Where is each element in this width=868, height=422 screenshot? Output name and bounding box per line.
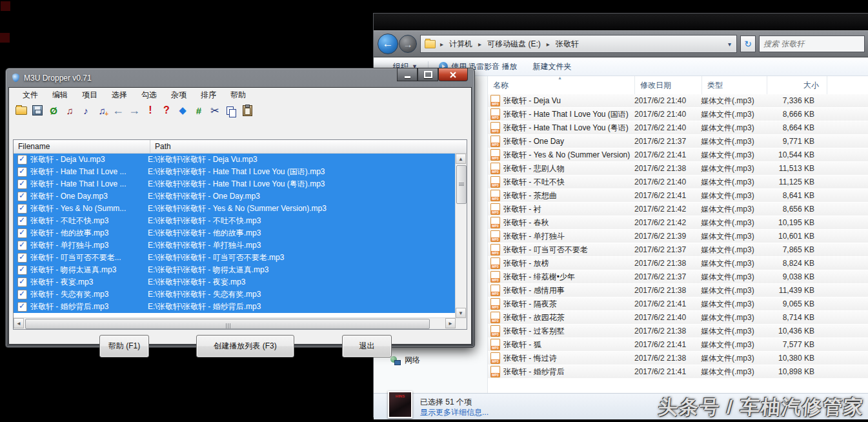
list-item[interactable]: 张敬轩 - 叮当可否不要老... E:\张敬轩\张敬轩 - 叮当可否不要老.mp…: [14, 252, 456, 264]
table-row[interactable]: 张敬轩 - 感情用事 2017/6/2 21:38 媒体文件(.mp3) 11,…: [488, 284, 868, 297]
arrow-left-icon[interactable]: ←: [111, 103, 125, 117]
menu-item[interactable]: 选择: [105, 88, 134, 102]
scrollbar-thumb[interactable]: [456, 165, 467, 204]
explorer-titlebar[interactable]: [374, 14, 868, 30]
copy-icon[interactable]: [224, 103, 238, 117]
table-row[interactable]: 张敬轩 - 叮当可否不要老 2017/6/2 21:37 媒体文件(.mp3) …: [488, 243, 868, 256]
double-note-icon[interactable]: ♫: [63, 103, 77, 117]
table-row[interactable]: 张敬轩 - 茶想曲 2017/6/2 21:41 媒体文件(.mp3) 8,64…: [488, 189, 868, 202]
table-row[interactable]: 张敬轩 - 隔夜茶 2017/6/2 21:41 媒体文件(.mp3) 9,06…: [488, 297, 868, 310]
list-item[interactable]: 张敬轩 - 失恋有奖.mp3 E:\张敬轩\张敬轩 - 失恋有奖.mp3: [14, 288, 456, 301]
list-item[interactable]: 张敬轩 - One Day.mp3 E:\张敬轩\张敬轩 - One Day.m…: [14, 190, 456, 203]
scroll-up-icon[interactable]: ▲: [456, 154, 466, 164]
address-bar[interactable]: ▸ 计算机 ▸ 可移动磁盘 (E:) ▸ 张敬轩 ▾: [420, 35, 737, 53]
column-header-name[interactable]: ▴ 名称: [488, 76, 635, 94]
checkbox[interactable]: [17, 290, 27, 299]
table-row[interactable]: 张敬轩 - Hate That I Love You (粤语) 2017/6/2…: [488, 121, 868, 134]
scroll-down-icon[interactable]: ▼: [456, 308, 466, 318]
menu-item[interactable]: 文件: [15, 88, 45, 102]
table-row[interactable]: 张敬轩 - Deja Vu 2017/6/2 21:40 媒体文件(.mp3) …: [488, 94, 868, 107]
refresh-button[interactable]: ↻: [740, 35, 756, 52]
vertical-scrollbar[interactable]: ▲ ▼: [455, 154, 467, 318]
menu-item[interactable]: 排序: [194, 88, 223, 102]
minimize-button[interactable]: [397, 68, 418, 81]
scroll-right-icon[interactable]: ►: [445, 318, 456, 328]
menu-item[interactable]: 杂项: [164, 88, 194, 102]
checkbox[interactable]: [17, 265, 27, 275]
list-item[interactable]: 张敬轩 - 他的故事.mp3 E:\张敬轩\张敬轩 - 他的故事.mp3: [14, 227, 456, 239]
single-note-icon[interactable]: ♪: [79, 103, 93, 117]
checkbox[interactable]: [17, 228, 27, 238]
cut-icon[interactable]: ✂: [208, 103, 222, 117]
table-row[interactable]: 张敬轩 - Hate That I Love You (国语) 2017/6/2…: [488, 108, 868, 121]
table-row[interactable]: 张敬轩 - One Day 2017/6/2 21:37 媒体文件(.mp3) …: [488, 135, 868, 148]
table-row[interactable]: 张敬轩 - 春秋 2017/6/2 21:42 媒体文件(.mp3) 10,19…: [488, 216, 868, 229]
add-note-icon[interactable]: ♫: [95, 103, 109, 117]
search-input[interactable]: [759, 35, 865, 52]
close-button[interactable]: [438, 68, 468, 81]
forward-button[interactable]: →: [399, 35, 417, 53]
maximize-button[interactable]: [418, 68, 438, 81]
table-row[interactable]: 张敬轩 - 不吐不快 2017/6/2 21:40 媒体文件(.mp3) 11,…: [488, 176, 868, 188]
table-row[interactable]: 张敬轩 - 过客别墅 2017/6/2 21:38 媒体文件(.mp3) 10,…: [488, 325, 868, 337]
table-row[interactable]: 张敬轩 - Yes & No (Summer Version) 2017/6/2…: [488, 148, 868, 161]
arrow-right-icon[interactable]: →: [127, 103, 141, 117]
breadcrumb-removable-disk[interactable]: 可移动磁盘 (E:): [485, 37, 543, 51]
clear-icon[interactable]: Ø: [46, 103, 61, 117]
table-row[interactable]: 张敬轩 - 放榜 2017/6/2 21:38 媒体文件(.mp3) 8,824…: [488, 257, 868, 270]
question-icon[interactable]: ?: [159, 103, 174, 117]
list-item[interactable]: 张敬轩 - 吻得太逼真.mp3 E:\张敬轩\张敬轩 - 吻得太逼真.mp3: [14, 264, 456, 276]
table-row[interactable]: 张敬轩 - 单打独斗 2017/6/2 21:39 媒体文件(.mp3) 10,…: [488, 230, 868, 243]
open-folder-icon[interactable]: [14, 103, 28, 117]
column-header-date[interactable]: 修改日期: [635, 76, 702, 94]
sidebar-item-network[interactable]: 网络: [390, 355, 420, 366]
list-item[interactable]: 张敬轩 - 婚纱背后.mp3 E:\张敬轩\张敬轩 - 婚纱背后.mp3: [14, 301, 456, 313]
list-item[interactable]: 张敬轩 - Hate That I Love ... E:\张敬轩\张敬轩 - …: [14, 178, 456, 190]
list-item[interactable]: 张敬轩 - Hate That I Love ... E:\张敬轩\张敬轩 - …: [14, 166, 456, 178]
checkbox[interactable]: [17, 241, 27, 250]
table-row[interactable]: 张敬轩 - 悲剧人物 2017/6/2 21:38 媒体文件(.mp3) 11,…: [488, 162, 868, 175]
exit-button[interactable]: 退出: [342, 335, 392, 357]
breadcrumb-computer[interactable]: 计算机: [447, 37, 475, 51]
menu-item[interactable]: 帮助: [223, 88, 253, 102]
checkbox[interactable]: [17, 179, 27, 189]
checkbox[interactable]: [17, 277, 27, 287]
list-item[interactable]: 张敬轩 - Deja Vu.mp3 E:\张敬轩\张敬轩 - Deja Vu.m…: [14, 154, 456, 166]
address-dropdown-icon[interactable]: ▾: [725, 41, 734, 48]
menu-item[interactable]: 编辑: [45, 88, 75, 102]
list-item[interactable]: 张敬轩 - 单打独斗.mp3 E:\张敬轩\张敬轩 - 单打独斗.mp3: [14, 239, 456, 252]
column-header-filename[interactable]: Filename: [14, 140, 150, 153]
menu-item[interactable]: 勾选: [134, 88, 164, 102]
list-item[interactable]: 张敬轩 - Yes & No (Summ... E:\张敬轩\张敬轩 - Yes…: [14, 203, 456, 215]
menu-item[interactable]: 项目: [75, 88, 105, 102]
checkbox[interactable]: [17, 302, 27, 312]
column-header-size[interactable]: 大小: [767, 76, 827, 94]
scrollbar-thumb[interactable]: [25, 319, 430, 329]
checkbox[interactable]: [17, 192, 27, 201]
table-row[interactable]: 张敬轩 - 狐 2017/6/2 21:41 媒体文件(.mp3) 7,577 …: [488, 338, 868, 351]
list-item[interactable]: 张敬轩 - 不吐不快.mp3 E:\张敬轩\张敬轩 - 不吐不快.mp3: [14, 215, 456, 227]
checkbox[interactable]: [17, 155, 27, 165]
breadcrumb-current-folder[interactable]: 张敬轩: [553, 37, 581, 51]
paste-icon[interactable]: [240, 103, 254, 117]
table-row[interactable]: 张敬轩 - 悔过诗 2017/6/2 21:38 媒体文件(.mp3) 10,3…: [488, 352, 868, 365]
exclamation-icon[interactable]: !: [143, 103, 157, 117]
table-row[interactable]: 张敬轩 - 衬 2017/6/2 21:42 媒体文件(.mp3) 8,656 …: [488, 203, 868, 216]
table-row[interactable]: 张敬轩 - 绯荔榭•少年 2017/6/2 21:37 媒体文件(.mp3) 9…: [488, 270, 868, 283]
help-button[interactable]: 帮助 (F1): [99, 335, 149, 357]
hash-icon[interactable]: #: [192, 103, 206, 117]
new-folder-button[interactable]: 新建文件夹: [528, 59, 577, 74]
column-header-type[interactable]: 类型: [702, 76, 767, 94]
table-row[interactable]: 张敬轩 - 婚纱背后 2017/6/2 21:41 媒体文件(.mp3) 10,…: [488, 365, 868, 378]
column-header-path[interactable]: Path: [150, 140, 467, 153]
back-button[interactable]: ←: [378, 34, 398, 54]
diamond-icon[interactable]: ◆: [176, 103, 190, 117]
checkbox[interactable]: [17, 216, 27, 226]
checkbox[interactable]: [17, 204, 27, 214]
checkbox[interactable]: [17, 253, 27, 263]
horizontal-scrollbar[interactable]: ◄ ►: [14, 317, 456, 329]
scroll-left-icon[interactable]: ◄: [14, 318, 24, 328]
show-more-details-link[interactable]: 显示更多详细信息...: [420, 407, 489, 418]
list-item[interactable]: 张敬轩 - 夜宴.mp3 E:\张敬轩\张敬轩 - 夜宴.mp3: [14, 276, 456, 288]
table-row[interactable]: 张敬轩 - 故园花茶 2017/6/2 21:40 媒体文件(.mp3) 8,7…: [488, 311, 868, 324]
